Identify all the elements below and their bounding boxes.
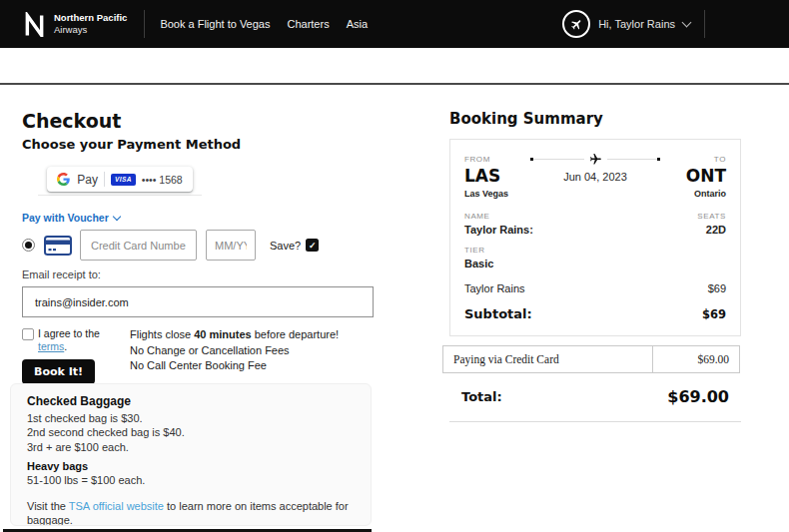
voucher-label: Pay with Voucher [22, 212, 109, 224]
origin-city: Las Vegas [464, 189, 520, 199]
credit-card-radio[interactable] [22, 239, 35, 252]
brand-name: Northern Pacific Airways [54, 12, 127, 37]
nav-divider [704, 10, 705, 38]
brand-name-line2: Airways [54, 24, 127, 36]
terms-and-notices: I agree to the terms. Book It! Flights c… [22, 327, 374, 384]
destination-city: Ontario [670, 189, 726, 199]
tsa-website-link[interactable]: TSA official website [69, 500, 164, 512]
user-avatar [562, 10, 590, 38]
total-value: $69.00 [667, 387, 729, 406]
fare-line-item: Taylor Rains $69 [464, 282, 726, 294]
subtotal-label: Subtotal: [464, 306, 532, 321]
gpay-label: Pay [77, 173, 98, 187]
fare-passenger-name: Taylor Rains [464, 282, 525, 294]
route-segment [607, 159, 658, 160]
payment-method-subtitle: Choose your Payment Method [22, 136, 374, 153]
baggage-title: Checked Baggage [27, 394, 355, 408]
save-label: Save? [270, 240, 301, 252]
subtotal-value: $69 [702, 307, 726, 321]
credit-card-icon [44, 236, 72, 256]
to-label: TO [670, 155, 726, 164]
save-card-control: Save? ✓ [270, 239, 319, 252]
email-receipt-input[interactable] [22, 286, 374, 317]
flight-date: Jun 04, 2023 [520, 171, 670, 183]
route-segment [533, 159, 584, 160]
fare-price: $69 [708, 282, 726, 294]
plane-icon [589, 153, 602, 166]
total-label: Total: [461, 389, 502, 404]
route-dot-end [657, 158, 660, 161]
gpay-separator [104, 172, 105, 187]
nav-link-asia[interactable]: Asia [347, 18, 368, 30]
passenger-name-block: NAME Taylor Rains: [464, 212, 533, 236]
heavy-bags-line: 51-100 lbs = $100 each. [27, 473, 355, 487]
subtotal-row: Subtotal: $69 [464, 306, 726, 321]
payment-method-cell: Paying via Credit Card [443, 346, 652, 372]
terms-text: I agree to the terms. [38, 327, 130, 353]
radio-dot [25, 242, 32, 249]
google-g-icon [57, 173, 70, 186]
booking-summary-card: FROM TO LAS Jun 04, 2023 ONT Las Vegas O… [449, 139, 741, 336]
terms-agreement: I agree to the terms. [22, 327, 130, 353]
chevron-down-icon [113, 212, 121, 220]
baggage-line-1: 1st checked bag is $30. [27, 411, 355, 425]
navbar: Northern Pacific Airways Book a Flight t… [0, 0, 789, 48]
nav-links: Book a Flight to Vegas Charters Asia [160, 18, 368, 30]
name-label: NAME [464, 212, 533, 221]
baggage-line-3: 3rd + are $100 each. [27, 440, 355, 454]
save-checkbox-checked[interactable]: ✓ [306, 239, 319, 252]
google-pay-button[interactable]: Pay VISA •••• 1568 [47, 167, 192, 192]
destination-code: ONT [670, 167, 726, 186]
booking-notices: Flights close 40 minutes before departur… [130, 327, 339, 384]
checkout-section: Checkout Choose your Payment Method Pay … [22, 110, 374, 384]
booking-summary-title: Booking Summary [449, 110, 741, 129]
notice-no-change-fees: No Change or Cancellation Fees [130, 343, 339, 359]
seats-block: SEATS 22D [697, 212, 726, 236]
from-label: FROM [464, 155, 520, 164]
route-line [520, 153, 670, 166]
n-logo-icon [24, 12, 45, 37]
book-it-button[interactable]: Book It! [22, 359, 95, 384]
total-row: Total: $69.00 [449, 373, 741, 422]
terms-column: I agree to the terms. Book It! [22, 327, 130, 384]
plane-icon [570, 18, 583, 31]
card-last-digits: •••• 1568 [142, 174, 183, 186]
baggage-line-2: 2nd second checked bag is $40. [27, 425, 355, 439]
email-receipt-label: Email receipt to: [22, 268, 374, 281]
origin-code: LAS [464, 167, 520, 186]
card-payment-row: Save? ✓ [22, 230, 374, 261]
terms-checkbox[interactable] [22, 328, 34, 340]
checked-baggage-info: Checked Baggage 1st checked bag is $30. … [10, 383, 372, 526]
tier-value: Basic [464, 258, 726, 269]
payment-method-table: Paying via Credit Card $69.00 [442, 345, 740, 373]
nav-divider [144, 10, 145, 38]
chevron-down-icon [682, 17, 692, 27]
card-number-input[interactable] [80, 230, 197, 261]
brand-name-line1: Northern Pacific [54, 12, 127, 24]
notice-no-call-center-fee: No Call Center Booking Fee [130, 358, 339, 374]
notice-departure: Flights close 40 minutes before departur… [130, 327, 339, 343]
terms-link[interactable]: terms [38, 340, 64, 352]
tier-block: TIER Basic [464, 246, 726, 269]
tsa-note: Visit the TSA official website to learn … [27, 499, 355, 526]
card-expiry-input[interactable] [206, 230, 256, 261]
payment-amount-cell: $69.00 [652, 346, 739, 372]
nav-link-book-flight[interactable]: Book a Flight to Vegas [160, 18, 270, 30]
passenger-row: NAME Taylor Rains: SEATS 22D [464, 212, 726, 236]
visa-badge: VISA [111, 174, 136, 186]
seats-label: SEATS [697, 212, 726, 221]
user-greeting: Hi, Taylor Rains [598, 18, 675, 30]
heavy-bags-title: Heavy bags [27, 459, 355, 473]
brand-logo[interactable]: Northern Pacific Airways [24, 12, 127, 37]
page-title: Checkout [22, 110, 374, 133]
user-menu[interactable]: Hi, Taylor Rains [562, 10, 690, 38]
seat-assignment: 22D [697, 224, 726, 236]
booking-summary-section: Booking Summary FROM TO LAS Jun 04, 2023… [449, 110, 741, 422]
pay-with-voucher-toggle[interactable]: Pay with Voucher [22, 212, 120, 224]
gpay-zone: Pay VISA •••• 1568 [38, 167, 202, 196]
passenger-name: Taylor Rains: [464, 224, 533, 236]
flight-route: FROM TO LAS Jun 04, 2023 ONT Las Vegas O… [464, 153, 726, 199]
tier-label: TIER [464, 246, 726, 255]
nav-link-charters[interactable]: Charters [287, 18, 329, 30]
header-rule [0, 83, 789, 85]
